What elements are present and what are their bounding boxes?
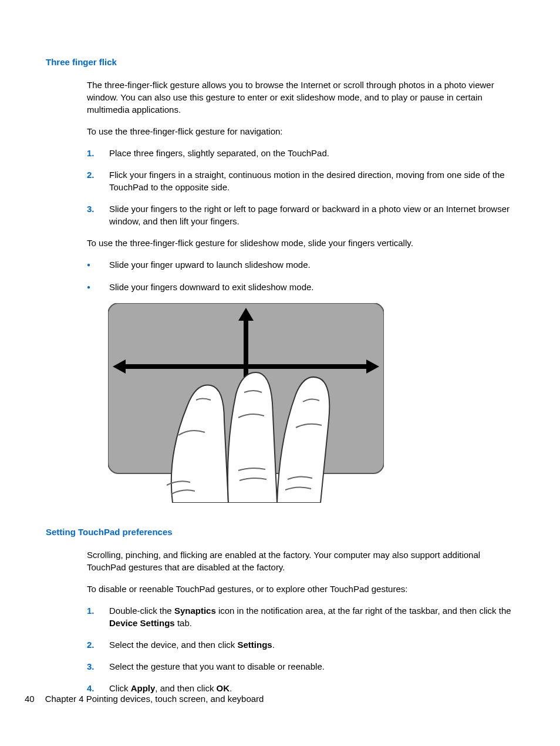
step-number: 3. xyxy=(87,203,109,227)
slideshow-bullets-list: ● Slide your finger upward to launch sli… xyxy=(87,258,514,294)
section-heading-touchpad-prefs: Setting TouchPad preferences xyxy=(46,526,514,538)
touchpad-illustration xyxy=(108,303,514,506)
section-heading-three-finger-flick: Three finger flick xyxy=(46,56,514,68)
list-item: ● Slide your finger upward to launch sli… xyxy=(87,258,514,271)
step-text: Slide your fingers to the right or left … xyxy=(109,203,514,227)
chapter-title: Chapter 4 Pointing devices, touch screen… xyxy=(45,694,264,704)
list-item: 1. Double-click the Synaptics icon in th… xyxy=(87,604,514,629)
step-number: 1. xyxy=(87,604,109,629)
page-number: 40 xyxy=(25,693,35,705)
step-number: 2. xyxy=(87,169,109,193)
page-content: Three finger flick The three-finger-flic… xyxy=(0,0,560,694)
step-text: Select the gesture that you want to disa… xyxy=(109,660,514,673)
step-number: 3. xyxy=(87,660,109,673)
step-number: 1. xyxy=(87,147,109,159)
intro-paragraph: The three-finger-flick gesture allows yo… xyxy=(87,79,514,116)
bullet-text: Slide your finger upward to launch slide… xyxy=(109,258,311,271)
prefs-intro-paragraph: Scrolling, pinching, and flicking are en… xyxy=(87,549,514,573)
slideshow-lead-paragraph: To use the three-finger-flick gesture fo… xyxy=(87,237,514,249)
list-item: ● Slide your fingers downward to exit sl… xyxy=(87,281,514,294)
bullet-text: Slide your fingers downward to exit slid… xyxy=(109,281,314,293)
list-item: 2. Select the device, and then click Set… xyxy=(87,639,514,651)
list-item: 3. Slide your fingers to the right or le… xyxy=(87,203,514,227)
step-text: Double-click the Synaptics icon in the n… xyxy=(109,604,514,629)
step-text: Flick your fingers in a straight, contin… xyxy=(109,169,514,193)
step-text: Select the device, and then click Settin… xyxy=(109,639,514,651)
list-item: 1. Place three fingers, slightly separat… xyxy=(87,147,514,159)
list-item: 2. Flick your fingers in a straight, con… xyxy=(87,169,514,193)
step-number: 2. xyxy=(87,639,109,651)
prefs-lead-paragraph: To disable or reenable TouchPad gestures… xyxy=(87,583,514,595)
page-footer: 40Chapter 4 Pointing devices, touch scre… xyxy=(25,693,264,705)
list-item: 3. Select the gesture that you want to d… xyxy=(87,660,514,673)
navigation-steps-list: 1. Place three fingers, slightly separat… xyxy=(87,147,514,227)
nav-lead-paragraph: To use the three-finger-flick gesture fo… xyxy=(87,125,514,137)
bullet-icon: ● xyxy=(87,281,109,294)
bullet-icon: ● xyxy=(87,258,109,271)
step-text: Place three fingers, slightly separated,… xyxy=(109,147,514,159)
prefs-steps-list: 1. Double-click the Synaptics icon in th… xyxy=(87,604,514,694)
